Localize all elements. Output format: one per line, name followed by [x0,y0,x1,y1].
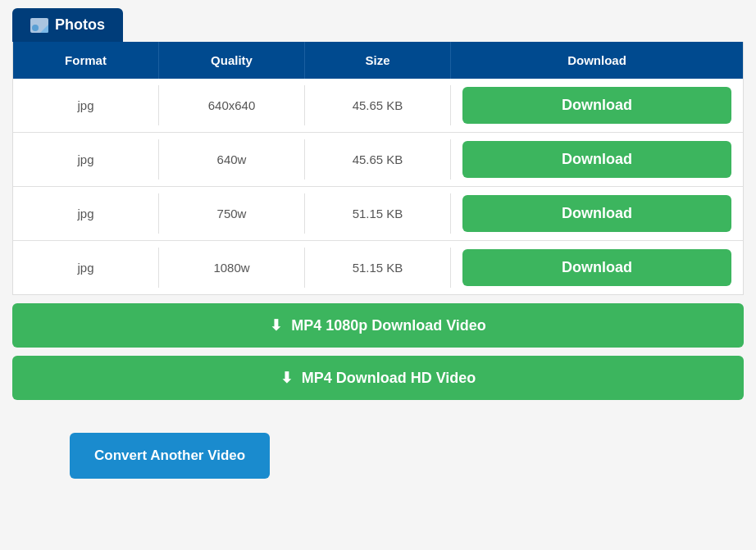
photos-icon [30,18,48,33]
table-body: jpg 640x640 45.65 KB Download jpg 640w 4… [13,79,743,294]
convert-button-label: Convert Another Video [94,448,245,463]
cell-quality-3: 1080w [159,248,305,288]
download-button-0[interactable]: Download [462,87,731,124]
cell-size-0: 45.65 KB [305,85,451,125]
cell-quality-0: 640x640 [159,85,305,125]
download-table: Format Quality Size Download jpg 640x640… [12,42,744,295]
cell-format-3: jpg [13,248,159,288]
table-header-row: Format Quality Size Download [13,42,743,79]
cell-download-2: Download [451,187,743,240]
download-button-3[interactable]: Download [462,249,731,286]
main-container: Photos Format Quality Size Download jpg … [12,8,744,479]
cell-format-1: jpg [13,139,159,180]
cell-quality-2: 750w [159,193,305,234]
download-button-2[interactable]: Download [462,195,731,232]
cell-size-1: 45.65 KB [305,139,451,180]
cell-format-2: jpg [13,193,159,234]
video-download-section: ⬇ MP4 1080p Download Video ⬇ MP4 Downloa… [12,303,744,400]
tab-label: Photos [55,16,105,34]
table-row: jpg 640w 45.65 KB Download [13,133,743,187]
header-size: Size [305,42,451,79]
convert-section: Convert Another Video [12,400,744,479]
table-row: jpg 750w 51.15 KB Download [13,187,743,241]
cell-format-0: jpg [13,85,159,125]
header-download: Download [451,42,743,79]
download-button-1[interactable]: Download [462,141,731,178]
cell-size-3: 51.15 KB [305,248,451,288]
cell-download-1: Download [451,133,743,186]
table-row: jpg 1080w 51.15 KB Download [13,241,743,294]
download-icon-hd: ⬇ [280,370,293,386]
photos-tab[interactable]: Photos [12,8,123,42]
cell-quality-1: 640w [159,139,305,180]
cell-download-0: Download [451,79,743,132]
header-format: Format [13,42,159,79]
mp4-hd-label: MP4 Download HD Video [302,370,476,386]
header-quality: Quality [159,42,305,79]
cell-download-3: Download [451,241,743,294]
mp4-1080p-button[interactable]: ⬇ MP4 1080p Download Video [12,303,744,348]
convert-another-button[interactable]: Convert Another Video [70,433,270,479]
table-row: jpg 640x640 45.65 KB Download [13,79,743,133]
mp4-hd-button[interactable]: ⬇ MP4 Download HD Video [12,356,744,400]
mp4-1080p-label: MP4 1080p Download Video [291,317,486,334]
download-icon-1080p: ⬇ [270,317,282,334]
cell-size-2: 51.15 KB [305,193,451,234]
